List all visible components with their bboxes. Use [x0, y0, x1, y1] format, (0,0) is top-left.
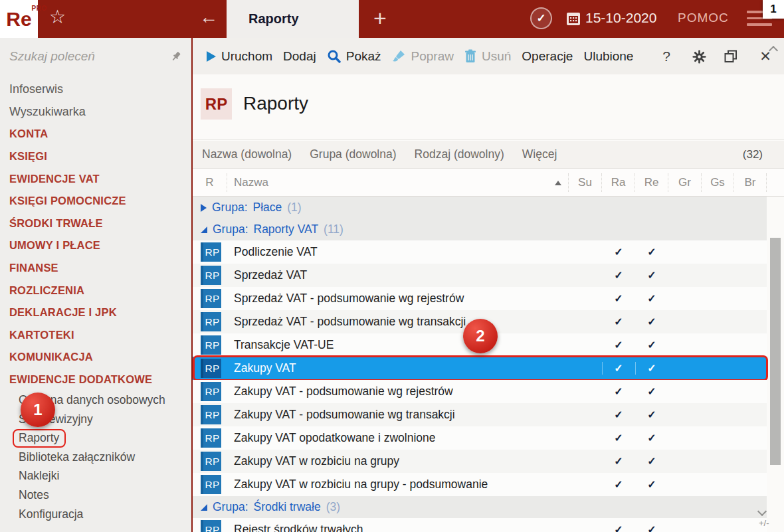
sidebar-item-label: Naklejki	[19, 469, 59, 483]
sidebar-item-ewidencje-vat[interactable]: EWIDENCJE VAT	[0, 167, 191, 190]
column-header-ra[interactable]: Ra	[602, 173, 635, 192]
report-type-icon: RP	[201, 520, 221, 532]
column-header-re[interactable]: Re	[635, 173, 668, 192]
row-name: Zakupy VAT w rozbiciu na grupy - podsumo…	[227, 478, 569, 491]
table-row-zakupy-vat-w-rozbiciu-na-grupy-podsumowanie[interactable]: RPZakupy VAT w rozbiciu na grupy - podsu…	[193, 473, 767, 496]
sidebar-item-notes[interactable]: Notes	[0, 486, 191, 505]
trash-icon	[464, 49, 476, 63]
expand-collapse-all[interactable]: +/-	[759, 518, 769, 528]
group-expanded-icon	[201, 226, 207, 233]
app-logo[interactable]: Re PRO	[0, 0, 38, 38]
toolbar-button-label: Uruchom	[221, 49, 272, 64]
sidebar-item-ksiegi[interactable]: KSIĘGI	[0, 145, 191, 168]
table-row-sprzedaz-vat[interactable]: RPSprzedaż VAT✓✓	[193, 264, 767, 287]
sidebar-item-deklaracje-i-jpk[interactable]: DEKLARACJE I JPK	[0, 302, 191, 324]
sidebar-item-label: KARTOTEKI	[9, 329, 74, 341]
sidebar-item-komunikacja[interactable]: KOMUNIKACJA	[0, 346, 191, 369]
new-tab-plus-icon[interactable]: +	[373, 5, 387, 31]
table-row-rejestr-srodkow-trwa-ych[interactable]: RPRejestr środków trwałych✓✓	[193, 518, 767, 532]
table-row-zakupy-vat-podsumowanie-wg-transakcji[interactable]: RPZakupy VAT - podsumowanie wg transakcj…	[193, 403, 767, 426]
filter-nazwa-dowolna[interactable]: Nazwa (dowolna)	[202, 147, 292, 161]
sidebar-item-kartoteki[interactable]: KARTOTEKI	[0, 324, 191, 347]
settings-gear-button[interactable]	[689, 47, 709, 66]
column-header-gs[interactable]: Gs	[702, 173, 734, 192]
help-menu[interactable]: POMOC	[678, 11, 729, 25]
sidebar-nav: InfoserwisWyszukiwarkaKONTAKSIĘGIEWIDENC…	[0, 74, 191, 523]
toolbar-button-label: Ulubione	[583, 49, 633, 64]
operacje-button[interactable]: Operacje	[522, 49, 573, 64]
filter-rodzaj-dowolny[interactable]: Rodzaj (dowolny)	[415, 147, 504, 161]
table-row-sprzedaz-vat-podsumowanie-wg-rejestrow[interactable]: RPSprzedaż VAT - podsumowanie wg rejestr…	[193, 287, 767, 310]
filter-wiecej[interactable]: Więcej	[522, 147, 557, 161]
table-row-zakupy-vat-podsumowanie-wg-rejestrow[interactable]: RPZakupy VAT - podsumowanie wg rejestrów…	[193, 380, 767, 403]
sidebar-item-konfiguracja[interactable]: Konfiguracja	[0, 505, 191, 524]
tab-label: Raporty	[248, 11, 299, 27]
row-type-cell: RP	[193, 242, 227, 262]
cell-re-checked: ✓	[635, 432, 668, 444]
table-row-zakupy-vat[interactable]: RPZakupy VAT✓✓	[193, 357, 767, 380]
back-arrow-icon[interactable]: ←	[199, 7, 218, 28]
column-header-gr[interactable]: Gr	[668, 173, 702, 192]
table-row-podliczenie-vat[interactable]: RPPodliczenie VAT✓✓	[193, 240, 767, 264]
report-type-icon: RP	[201, 405, 221, 424]
column-header-label: Br	[745, 176, 756, 189]
column-header-su[interactable]: Su	[569, 173, 602, 192]
pokaz-button[interactable]: Pokaż	[327, 49, 381, 64]
filter-grupa-dowolna[interactable]: Grupa (dowolna)	[310, 147, 396, 161]
current-date[interactable]: 15-10-2020	[585, 10, 656, 26]
cell-re-checked: ✓	[635, 455, 668, 468]
command-search[interactable]: Szukaj poleceń	[0, 38, 191, 74]
column-header-br[interactable]: Br	[734, 173, 767, 192]
column-header-r[interactable]: R	[193, 173, 227, 192]
row-type-cell: RP	[193, 335, 227, 355]
page-title: Raporty	[243, 93, 308, 114]
row-type-cell: RP	[193, 359, 227, 378]
column-header-nazwa[interactable]: Nazwa	[227, 173, 569, 192]
status-check-icon[interactable]: ✓	[530, 7, 552, 29]
scrollbar-thumb[interactable]	[770, 238, 781, 465]
sidebar-item-label: FINANSE	[9, 262, 58, 274]
sidebar-item-srodki-trwa-e[interactable]: ŚRODKI TRWAŁE	[0, 213, 191, 235]
sidebar-item-finanse[interactable]: FINANSE	[0, 257, 191, 280]
sidebar-item-ewidencje-dodatkowe[interactable]: EWIDENCJE DODATKOWE	[0, 369, 191, 391]
uruchom-button[interactable]: Uruchom	[207, 49, 272, 64]
dodaj-button[interactable]: Dodaj	[283, 49, 316, 64]
favorites-star-icon[interactable]: ☆	[49, 8, 66, 27]
report-type-icon: RP	[201, 382, 221, 401]
sidebar-item-raporty[interactable]: Raporty	[0, 429, 191, 448]
group-row-raporty-vat[interactable]: Grupa:Raporty VAT(11)	[193, 219, 767, 240]
cell-ra-checked: ✓	[602, 292, 635, 305]
cell-ra-checked: ✓	[602, 246, 635, 258]
sidebar-item-infoserwis[interactable]: Infoserwis	[0, 78, 191, 101]
sidebar-item-konta[interactable]: KONTA	[0, 123, 191, 145]
group-row-srodki-trwa-e[interactable]: Grupa:Środki trwałe(3)	[193, 496, 767, 518]
help-button[interactable]: ?	[656, 47, 676, 66]
row-type-cell: RP	[193, 475, 227, 494]
sidebar-item-umowy-i-p-ace[interactable]: UMOWY I PŁACE	[0, 234, 191, 257]
search-input[interactable]: Szukaj poleceń	[9, 49, 170, 64]
row-name: Sprzedaż VAT - podsumowanie wg rejestrów	[227, 292, 569, 306]
sidebar-item-ksiegi-pomocnicze[interactable]: KSIĘGI POMOCNICZE	[0, 190, 191, 213]
cell-re-checked: ✓	[635, 478, 668, 491]
group-row-p-ace[interactable]: Grupa:Płace(1)	[193, 197, 767, 219]
popraw-button[interactable]: Popraw	[392, 49, 454, 64]
pin-icon[interactable]	[170, 50, 182, 62]
calendar-icon[interactable]	[566, 11, 581, 29]
column-header-label: Gs	[710, 176, 725, 189]
module-badge: RP	[201, 88, 232, 120]
ulubione-button[interactable]: Ulubione	[583, 49, 633, 64]
cell-ra-checked: ✓	[602, 269, 635, 282]
usun-button[interactable]: Usuń	[464, 49, 511, 64]
cascade-windows-button[interactable]	[721, 47, 741, 66]
cell-ra-checked: ✓	[602, 455, 635, 468]
sidebar-item-biblioteka-za-acznikow[interactable]: Biblioteka załączników	[0, 448, 191, 467]
table-row-zakupy-vat-opodatkowane-i-zwolnione[interactable]: RPZakupy VAT opodatkowane i zwolnione✓✓	[193, 426, 767, 450]
sidebar-item-rozliczenia[interactable]: ROZLICZENIA	[0, 279, 191, 302]
toolbar-button-label: Operacje	[522, 49, 573, 64]
sidebar-item-naklejki[interactable]: Naklejki	[0, 467, 191, 486]
table-row-zakupy-vat-w-rozbiciu-na-grupy[interactable]: RPZakupy VAT w rozbiciu na grupy✓✓	[193, 450, 767, 473]
sidebar-item-wyszukiwarka[interactable]: Wyszukiwarka	[0, 101, 191, 124]
tab-raporty[interactable]: Raporty	[227, 0, 359, 38]
group-name: Płace	[253, 201, 282, 215]
group-prefix: Grupa:	[213, 222, 248, 236]
